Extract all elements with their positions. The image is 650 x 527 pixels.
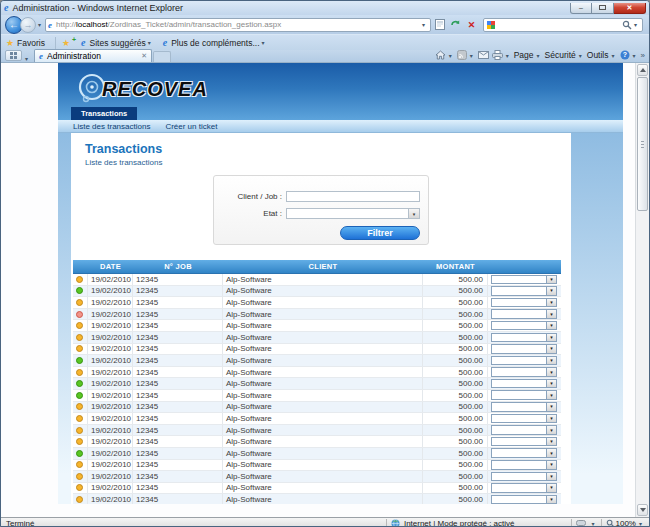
chevron-down-icon[interactable]: ▾: [546, 310, 556, 318]
address-dropdown-icon[interactable]: ▾: [419, 21, 428, 28]
row-state-select[interactable]: ▾: [491, 321, 557, 331]
security-menu-button[interactable]: Sécurité ▾: [545, 50, 584, 60]
refresh-icon: [450, 19, 461, 30]
tab-administration[interactable]: e Administration ✕: [34, 49, 152, 62]
favorites-button[interactable]: ★ Favoris: [6, 38, 45, 48]
forward-button[interactable]: →: [20, 17, 36, 33]
row-state-select[interactable]: ▾: [491, 390, 557, 400]
chevron-down-icon[interactable]: ▾: [449, 52, 452, 59]
chevron-down-icon[interactable]: ▾: [546, 484, 556, 492]
row-state-select[interactable]: ▾: [491, 460, 557, 470]
chevron-down-icon[interactable]: ▾: [546, 380, 556, 388]
suggested-sites-button[interactable]: e Sites suggérés ▾: [81, 38, 153, 48]
chevron-down-icon[interactable]: ▾: [546, 496, 556, 504]
row-state-select[interactable]: ▾: [491, 333, 557, 343]
read-mail-button[interactable]: [478, 51, 489, 59]
row-state-select[interactable]: ▾: [491, 356, 557, 366]
row-state-select[interactable]: ▾: [491, 344, 557, 354]
chevron-down-icon[interactable]: ▾: [546, 322, 556, 330]
chevron-down-icon[interactable]: ▾: [546, 426, 556, 434]
chevron-down-icon[interactable]: ▾: [546, 368, 556, 376]
scrollbar-thumb[interactable]: [637, 77, 648, 211]
quick-tabs-button[interactable]: [5, 50, 22, 61]
table-row: 19/02/2010 12345 Alp-Software 500.00 ▾: [73, 274, 561, 286]
tab-close-icon[interactable]: ✕: [141, 52, 147, 60]
row-state-select[interactable]: ▾: [491, 414, 557, 424]
menu-liste-des-transactions[interactable]: Liste des transactions: [73, 122, 150, 131]
row-state-select[interactable]: ▾: [491, 402, 557, 412]
stop-button[interactable]: ✕: [464, 17, 479, 32]
chevron-down-icon[interactable]: ▾: [546, 461, 556, 469]
print-button[interactable]: ▾: [492, 50, 511, 60]
cell-job: 12345: [133, 413, 223, 424]
minimize-button[interactable]: –: [570, 3, 592, 14]
status-tool-icon[interactable]: [576, 519, 586, 527]
row-state-select[interactable]: ▾: [491, 437, 557, 447]
row-state-select[interactable]: ▾: [491, 483, 557, 493]
menu-creer-un-ticket[interactable]: Créer un ticket: [165, 122, 217, 131]
refresh-button[interactable]: [448, 17, 463, 32]
tools-menu-button[interactable]: Outils ▾: [587, 50, 617, 60]
cell-client: Alp-Software: [223, 332, 423, 343]
maximize-icon: [599, 5, 606, 10]
filter-button[interactable]: Filtrer: [340, 226, 420, 240]
chevron-down-icon[interactable]: ▾: [546, 438, 556, 446]
chevron-down-icon[interactable]: ▾: [633, 52, 636, 59]
row-state-select[interactable]: ▾: [491, 298, 557, 308]
row-state-select[interactable]: ▾: [491, 286, 557, 296]
search-input[interactable]: [498, 20, 622, 29]
search-dropdown-icon[interactable]: ▾: [634, 21, 637, 28]
addons-button[interactable]: e Plus de compléments... ▾: [163, 38, 267, 48]
history-dropdown[interactable]: ▾: [38, 21, 41, 28]
chevron-down-icon[interactable]: ▾: [546, 276, 556, 284]
add-to-favorites-bar-button[interactable]: ★ +: [62, 38, 73, 48]
chevron-down-icon[interactable]: ▾: [408, 209, 419, 218]
row-state-select[interactable]: ▾: [491, 472, 557, 482]
chevron-down-icon[interactable]: ▾: [546, 345, 556, 353]
tab-list-dropdown[interactable]: ▾: [25, 55, 28, 62]
overflow-chevron[interactable]: »: [641, 51, 645, 60]
compatibility-view-button[interactable]: [432, 17, 447, 32]
client-job-input[interactable]: [286, 191, 420, 202]
address-bar[interactable]: e http://localhost/Zordinas_Ticket/admin…: [45, 18, 431, 32]
chevron-down-icon[interactable]: ▾: [546, 357, 556, 365]
zoom-control[interactable]: 100% ▾: [606, 519, 644, 527]
scroll-up-button[interactable]: [637, 64, 648, 76]
feeds-button[interactable]: ▾: [457, 50, 475, 60]
chevron-down-icon[interactable]: ▾: [506, 52, 509, 59]
new-tab-button[interactable]: [153, 51, 171, 62]
help-button[interactable]: ? ▾: [620, 50, 638, 60]
ie-icon: e: [81, 38, 85, 48]
etat-label: Etat :: [220, 209, 282, 218]
search-box[interactable]: ▾: [483, 18, 643, 32]
chevron-down-icon[interactable]: ▾: [592, 520, 595, 527]
status-icon: [76, 415, 83, 422]
row-state-select[interactable]: ▾: [491, 495, 557, 504]
row-state-select[interactable]: ▾: [491, 379, 557, 389]
chevron-down-icon[interactable]: ▾: [546, 415, 556, 423]
scroll-down-button[interactable]: [637, 504, 648, 516]
row-state-select[interactable]: ▾: [491, 309, 557, 319]
chevron-down-icon[interactable]: ▾: [546, 449, 556, 457]
search-icon[interactable]: [622, 20, 632, 30]
home-button[interactable]: ▾: [435, 50, 454, 60]
vertical-scrollbar[interactable]: [635, 63, 649, 517]
etat-select[interactable]: ▾: [286, 208, 420, 219]
chevron-down-icon[interactable]: ▾: [546, 299, 556, 307]
cell-date: 19/02/2010: [88, 274, 133, 285]
table-row: 19/02/2010 12345 Alp-Software 500.00 ▾: [73, 355, 561, 367]
close-button[interactable]: ✕: [614, 3, 646, 14]
site-tab-transactions[interactable]: Transactions: [71, 107, 137, 120]
maximize-button[interactable]: [592, 3, 614, 14]
chevron-down-icon[interactable]: ▾: [546, 403, 556, 411]
page-menu-button[interactable]: Page ▾: [514, 50, 542, 60]
row-state-select[interactable]: ▾: [491, 367, 557, 377]
chevron-down-icon[interactable]: ▾: [546, 391, 556, 399]
chevron-down-icon[interactable]: ▾: [546, 287, 556, 295]
row-state-select[interactable]: ▾: [491, 448, 557, 458]
chevron-down-icon[interactable]: ▾: [546, 473, 556, 481]
row-state-select[interactable]: ▾: [491, 425, 557, 435]
row-state-select[interactable]: ▾: [491, 275, 557, 285]
chevron-down-icon[interactable]: ▾: [546, 334, 556, 342]
chevron-down-icon[interactable]: ▾: [470, 52, 473, 59]
